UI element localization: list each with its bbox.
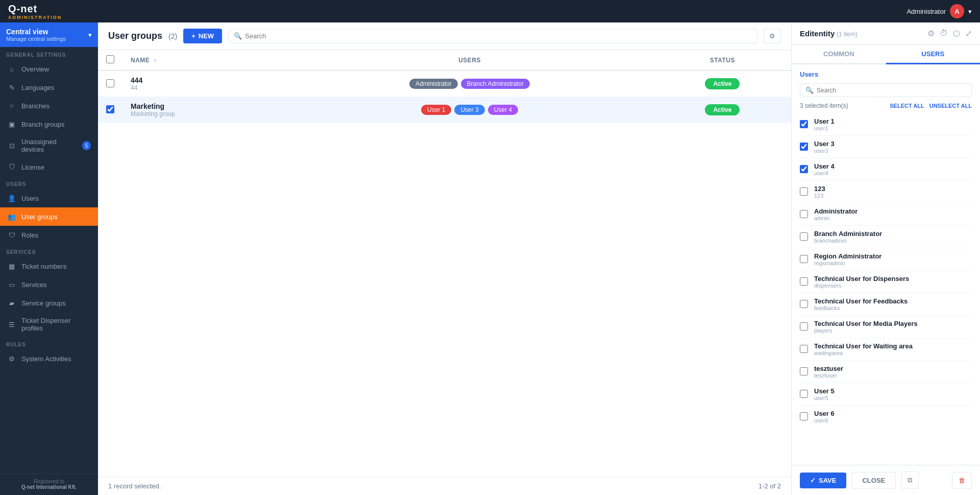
user-checkbox[interactable] — [800, 367, 808, 375]
language-icon: ✎ — [7, 83, 16, 92]
row-name: Marketing — [131, 102, 277, 110]
user-login: regionadmin — [814, 260, 881, 266]
service-icon: ▭ — [7, 280, 16, 289]
user-display-name: User 1 — [814, 117, 835, 125]
user-checkbox[interactable] — [800, 345, 808, 353]
table-row[interactable]: 44444AdministratorBranch AdministratorAc… — [98, 70, 791, 97]
tab-users[interactable]: USERS — [886, 45, 981, 64]
sidebar-item-ticket-numbers[interactable]: ▦ Ticket numbers — [0, 257, 98, 275]
save-button[interactable]: ✓ SAVE — [800, 473, 846, 488]
user-group-icon: 👥 — [7, 212, 16, 221]
sidebar-item-service-groups[interactable]: ▰ Service groups — [0, 294, 98, 312]
page-title: User groups — [108, 31, 162, 41]
sidebar-item-label: Service groups — [21, 299, 66, 307]
sidebar-item-license[interactable]: ⛉ License — [0, 158, 98, 176]
delete-button[interactable]: 🗑 — [952, 472, 972, 489]
settings-icon[interactable]: ⚙ — [927, 29, 935, 38]
user-display-name: User 3 — [814, 140, 835, 148]
central-view-item[interactable]: Central view Manage central settings ▾ — [0, 22, 98, 47]
select-all-header[interactable] — [98, 50, 122, 70]
sidebar-item-unassigned-devices[interactable]: ⊡ Unassigned devices 5 — [0, 133, 98, 158]
table-row[interactable]: MarketingMarketing groupUser 1User 3User… — [98, 97, 791, 123]
sidebar-item-label: Ticket Dispenser profiles — [21, 317, 91, 332]
copy-icon: ⧉ — [908, 476, 912, 484]
row-checkbox[interactable] — [106, 79, 114, 87]
list-item: User 1 user1 — [800, 113, 972, 136]
search-input[interactable] — [245, 32, 752, 40]
roles-icon: 🛡 — [7, 230, 16, 240]
user-checkbox[interactable] — [800, 143, 808, 151]
table-header-row: NAME ↑ USERS STATUS — [98, 50, 791, 70]
content-header: User groups (2) + NEW 🔍 ⚙ — [98, 22, 791, 50]
sidebar-section-users: USERS — [0, 176, 98, 189]
users-search-icon: 🔍 — [805, 86, 814, 94]
user-login: user1 — [814, 125, 835, 131]
user-checkbox[interactable] — [800, 232, 808, 241]
user-dropdown-icon[interactable]: ▾ — [968, 8, 972, 15]
right-panel: Editentity (1 item) ⚙ ⏱ ⬡ ⤢ COMMON USERS… — [791, 22, 980, 495]
user-checkbox[interactable] — [800, 390, 808, 398]
central-view-title: Central view — [6, 28, 66, 36]
unselect-all-link[interactable]: UNSELECT ALL — [929, 103, 972, 109]
user-checkbox[interactable] — [800, 165, 808, 173]
users-search-input[interactable] — [817, 87, 966, 94]
sidebar-item-label: Overview — [21, 65, 49, 73]
filter-button[interactable]: ⚙ — [764, 29, 781, 43]
user-login: admin — [814, 215, 857, 221]
sidebar-item-languages[interactable]: ✎ Languages — [0, 78, 98, 97]
user-checkbox[interactable] — [800, 210, 808, 218]
col-status[interactable]: STATUS — [654, 50, 791, 70]
sidebar-item-overview[interactable]: ⌂ Overview — [0, 60, 98, 78]
sidebar-item-branches[interactable]: ⑂ Branches — [0, 97, 98, 115]
sidebar-item-label: Users — [21, 195, 39, 202]
user-display-name: User 6 — [814, 410, 835, 417]
sidebar-section-general: GENERAL SETTINGS — [0, 47, 98, 60]
tab-common[interactable]: COMMON — [792, 45, 886, 64]
expand-icon[interactable]: ⤢ — [965, 29, 972, 38]
sidebar-item-ticket-dispenser[interactable]: ☰ Ticket Dispenser profiles — [0, 312, 98, 337]
sidebar-item-roles[interactable]: 🛡 Roles — [0, 226, 98, 244]
sidebar-item-services[interactable]: ▭ Services — [0, 275, 98, 294]
sidebar-item-users[interactable]: 👤 Users — [0, 189, 98, 207]
search-icon: 🔍 — [234, 32, 242, 40]
app-logo: Q-net ADMINISTRATION — [8, 3, 62, 20]
select-all-link[interactable]: SELECT ALL — [890, 103, 924, 109]
user-display-name: Technical User for Dispensers — [814, 275, 909, 282]
row-checkbox[interactable] — [106, 105, 114, 113]
col-name[interactable]: NAME ↑ — [122, 50, 285, 70]
user-display-name: User 5 — [814, 387, 835, 395]
user-login: 123 — [814, 193, 825, 199]
unassigned-badge: 5 — [82, 141, 91, 150]
user-checkbox[interactable] — [800, 277, 808, 286]
main-layout: Central view Manage central settings ▾ G… — [0, 22, 980, 495]
user-checkbox[interactable] — [800, 255, 808, 263]
select-all-checkbox[interactable] — [106, 55, 114, 63]
user-checkbox[interactable] — [800, 120, 808, 128]
user-icon: 👤 — [7, 194, 16, 203]
new-button[interactable]: + NEW — [183, 29, 222, 43]
central-view-subtitle: Manage central settings — [6, 36, 66, 42]
row-sub: 44 — [131, 84, 277, 91]
share-icon[interactable]: ⬡ — [953, 29, 960, 38]
sidebar-item-branch-groups[interactable]: ▣ Branch groups — [0, 115, 98, 133]
sidebar-item-system-activities[interactable]: ⚙ System Activities — [0, 349, 98, 368]
user-display-name: Technical User for Waiting area — [814, 342, 913, 350]
user-login: user4 — [814, 170, 835, 176]
row-sub: Marketing group — [131, 110, 277, 117]
panel-actions: ⚙ ⏱ ⬡ ⤢ — [927, 29, 972, 38]
history-icon[interactable]: ⏱ — [940, 29, 948, 38]
close-button[interactable]: CLOSE — [851, 472, 896, 489]
copy-button[interactable]: ⧉ — [901, 472, 919, 489]
sort-asc-icon: ↑ — [154, 57, 157, 63]
sidebar-item-user-groups[interactable]: 👥 User groups — [0, 207, 98, 226]
user-checkbox[interactable] — [800, 412, 808, 420]
sidebar-item-label: License — [21, 163, 44, 171]
users-search-container: 🔍 — [800, 83, 972, 97]
col-users[interactable]: USERS — [285, 50, 653, 70]
user-checkbox[interactable] — [800, 187, 808, 196]
user-display-name: Administrator — [814, 207, 857, 215]
user-checkbox[interactable] — [800, 300, 808, 308]
user-menu[interactable]: Administrator A ▾ — [906, 4, 972, 18]
user-checkbox[interactable] — [800, 322, 808, 331]
list-item: User 3 user3 — [800, 136, 972, 158]
